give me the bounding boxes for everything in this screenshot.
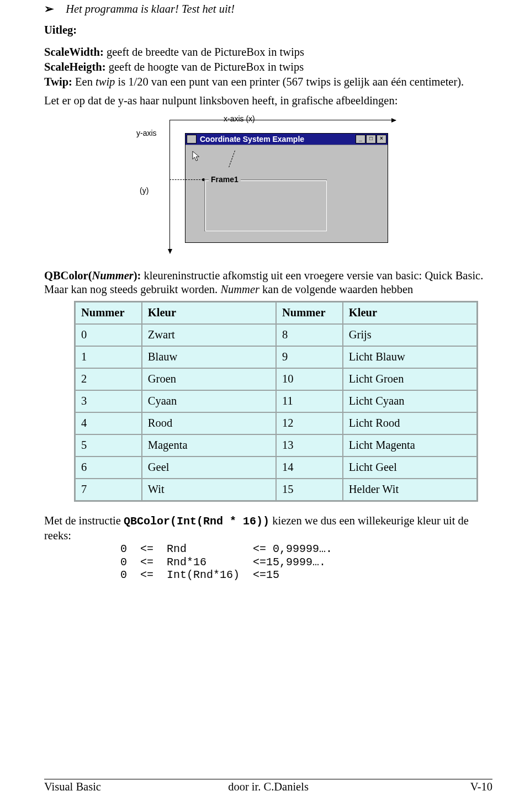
th-nummer-2: Nummer [276, 302, 343, 324]
close-icon: × [377, 135, 386, 144]
table-row: 3 Cyaan 11 Licht Cyaan [75, 390, 477, 412]
post-paragraph: Met de instructie QBColor(Int(Rnd * 16))… [44, 514, 492, 543]
frame-box [204, 179, 327, 231]
cell: Rood [142, 412, 276, 434]
code-lines: 0 <= Rnd <= 0,99999…. 0 <= Rnd*16 <=15,9… [120, 543, 492, 582]
yaxis-note: Let er op dat de y-as haar nulpunt links… [44, 94, 492, 108]
cell: 7 [75, 479, 142, 501]
cell: 14 [276, 457, 343, 479]
footer-left: Visual Basic [44, 781, 194, 793]
cell: Helder Wit [343, 479, 477, 501]
app-window: Coordinate System Example _ □ × Frame1 [185, 133, 388, 243]
qbcolor-paragraph: QBColor(Nummer): kleureninstructie afkom… [44, 269, 492, 296]
def-scaleheigth-label: ScaleHeigth: [44, 61, 106, 73]
th-nummer-1: Nummer [75, 302, 142, 324]
app-body: Frame1 [186, 145, 388, 242]
def-scaleheigth: ScaleHeigth: geeft de hoogte van de Pict… [44, 60, 492, 74]
cell: 11 [276, 390, 343, 412]
table-row: 7 Wit 15 Helder Wit [75, 479, 477, 501]
cell: 10 [276, 368, 343, 390]
def-scalewidth: ScaleWidth: geeft de breedte van de Pict… [44, 45, 492, 59]
qbcolor-label-tail: ): [134, 269, 141, 282]
coordinate-diagram: x-axis (x) y-axis (y) Coordinate System … [136, 114, 400, 258]
pointer-dashline-icon [229, 150, 236, 167]
cell: 4 [75, 412, 142, 434]
table-row: 0 Zwart 8 Grijs [75, 324, 477, 346]
cell: 9 [276, 346, 343, 368]
cell: 6 [75, 457, 142, 479]
frame-label: Frame1 [209, 175, 241, 184]
cell: Blauw [142, 346, 276, 368]
footer-rule [44, 779, 492, 779]
def-twip-prefix: Een [75, 76, 96, 88]
bullet-text: Het programma is klaar! Test het uit! [66, 3, 235, 15]
qbcolor-table: Nummer Kleur Nummer Kleur 0 Zwart 8 Grij… [74, 301, 478, 502]
cell: Wit [142, 479, 276, 501]
xaxis-arrow-icon [169, 120, 396, 121]
qbcolor-body2: kan de volgende waarden hebben [262, 283, 413, 295]
footer-right: V-10 [343, 781, 492, 793]
def-scalewidth-body: geeft de breedte van de PictureBox in tw… [107, 46, 304, 58]
table-row: 6 Geel 14 Licht Geel [75, 457, 477, 479]
cell: Zwart [142, 324, 276, 346]
cell: 15 [276, 479, 343, 501]
minimize-icon: _ [356, 135, 365, 144]
def-scalewidth-label: ScaleWidth: [44, 46, 104, 58]
cell: Groen [142, 368, 276, 390]
def-twip: Twip: Een twip is 1/20 van een punt van … [44, 75, 492, 89]
cell: Magenta [142, 434, 276, 457]
def-twip-label: Twip: [44, 76, 72, 88]
qbcolor-param2: Nummer [220, 283, 259, 295]
footer-center: door ir. C.Daniels [194, 781, 343, 793]
post-pre: Met de instructie [44, 514, 124, 527]
th-kleur-1: Kleur [142, 302, 276, 324]
yaxis-arrow-icon [169, 120, 171, 253]
uitleg-heading-text: Uitleg: [44, 24, 77, 36]
yaxis-label: y-axis [136, 129, 157, 137]
cell: 5 [75, 434, 142, 457]
y-paren: (y) [140, 186, 149, 195]
cell: Licht Magenta [343, 434, 477, 457]
qbcolor-label: QBColor( [44, 269, 92, 282]
cell: Cyaan [142, 390, 276, 412]
cell: 1 [75, 346, 142, 368]
table-row: 2 Groen 10 Licht Groen [75, 368, 477, 390]
th-kleur-2: Kleur [343, 302, 477, 324]
def-twip-body: is 1/20 van een punt van een printer (56… [118, 76, 464, 88]
pointer-line-icon [169, 179, 203, 181]
post-code: QBColor(Int(Rnd * 16)) [124, 515, 269, 528]
def-twip-word: twip [96, 76, 115, 88]
table-row: 5 Magenta 13 Licht Magenta [75, 434, 477, 457]
cell: Grijs [343, 324, 477, 346]
app-titlebar: Coordinate System Example _ □ × [186, 134, 388, 145]
cell: Geel [142, 457, 276, 479]
table-header-row: Nummer Kleur Nummer Kleur [75, 302, 477, 324]
cell: 0 [75, 324, 142, 346]
cell: 2 [75, 368, 142, 390]
app-titlebar-icon [187, 135, 197, 144]
table-row: 1 Blauw 9 Licht Blauw [75, 346, 477, 368]
app-window-title: Coordinate System Example [200, 135, 304, 144]
cell: Licht Cyaan [343, 390, 477, 412]
xaxis-label: x-axis (x) [224, 114, 255, 123]
cell: 13 [276, 434, 343, 457]
table-row: 4 Rood 12 Licht Rood [75, 412, 477, 434]
cell: Licht Blauw [343, 346, 477, 368]
maximize-icon: □ [366, 135, 376, 144]
page-footer: Visual Basic door ir. C.Daniels V-10 [44, 779, 492, 793]
cell: 3 [75, 390, 142, 412]
bullet-arrow-icon: ➢ [44, 2, 63, 16]
cell: Licht Rood [343, 412, 477, 434]
cell: 12 [276, 412, 343, 434]
cell: Licht Groen [343, 368, 477, 390]
uitleg-heading: Uitleg: [44, 24, 492, 36]
qbcolor-param: Nummer [92, 269, 134, 282]
cell: 8 [276, 324, 343, 346]
cell: Licht Geel [343, 457, 477, 479]
bullet-line: ➢ Het programma is klaar! Test het uit! [44, 2, 492, 16]
def-scaleheigth-body: geeft de hoogte van de PictureBox in twi… [109, 61, 304, 73]
